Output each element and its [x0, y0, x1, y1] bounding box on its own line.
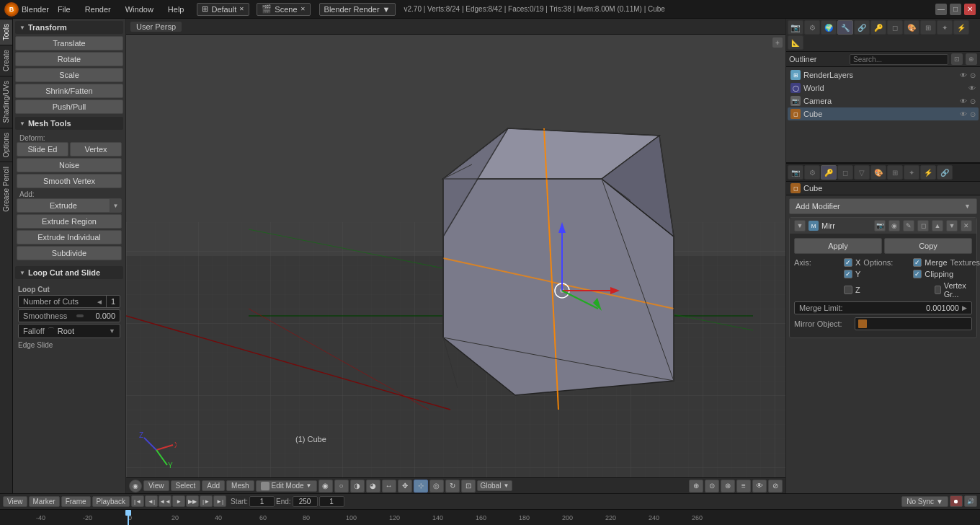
modifier-up-btn[interactable]: ▲	[932, 220, 943, 231]
num-cuts-value[interactable]: 1	[106, 296, 120, 307]
shading-solid-btn[interactable]: ◉	[318, 480, 333, 493]
prop-tab-extra[interactable]: 📐	[788, 35, 803, 50]
onion-btn[interactable]: ⊛	[721, 480, 735, 493]
snap-btn[interactable]: ⊕	[689, 480, 703, 493]
prop-tab-physics[interactable]: ⚡	[953, 20, 969, 35]
shrink-fatten-button[interactable]: Shrink/Fatten	[15, 84, 123, 98]
grease-pencil-tab[interactable]: Grease Pencil	[0, 162, 12, 216]
falloff-type[interactable]: Root	[58, 327, 106, 335]
window-menu[interactable]: Window	[120, 4, 159, 15]
rec-btn[interactable]: ⏺	[950, 495, 963, 507]
modifier-render-icon[interactable]: ◉	[888, 220, 900, 231]
modifier-close-btn[interactable]: ✕	[961, 220, 972, 231]
tools-tab[interactable]: Tools	[0, 19, 12, 45]
play-btn[interactable]: ►	[172, 495, 185, 507]
prop-tab-materials[interactable]: 🎨	[904, 20, 919, 35]
outliner-item-world[interactable]: ◯ World 👁	[788, 81, 979, 94]
view-timeline-btn[interactable]: View	[3, 496, 27, 507]
camera-render-icon[interactable]: ⊙	[970, 97, 976, 105]
frame-btn[interactable]: Frame	[61, 496, 91, 507]
push-pull-button[interactable]: Push/Pull	[15, 100, 123, 114]
modifier-camera-icon[interactable]: 📷	[874, 220, 886, 231]
slide-edge-button[interactable]: Slide Ed	[17, 142, 68, 156]
add-menu-btn[interactable]: Add	[202, 480, 225, 491]
outliner-search[interactable]	[850, 54, 948, 65]
next-keyframe-btn[interactable]: |►	[200, 495, 213, 507]
merge-limit-row[interactable]: Merge Limit: 0.001000 ▶	[794, 301, 972, 314]
timeline-ruler[interactable]: -40 -20 0 20 40 60 80 100 120 140 160 18…	[0, 510, 980, 525]
extrude-arrow-icon[interactable]: ▼	[110, 199, 121, 212]
noise-button[interactable]: Noise	[17, 158, 122, 172]
workspace-selector[interactable]: ⊞ Default ✕	[197, 3, 249, 16]
outliner-item-camera[interactable]: 📷 Camera 👁 ⊙	[788, 94, 979, 107]
extrude-dropdown[interactable]: Extrude ▼	[17, 198, 122, 213]
modifier-collapse-btn[interactable]: ▼	[794, 220, 806, 231]
marker-btn[interactable]: Marker	[29, 496, 60, 507]
prop-physics-tab[interactable]: ⚡	[920, 165, 936, 180]
cursor-btn[interactable]: ◎	[429, 480, 444, 493]
rotate-button[interactable]: Rotate	[15, 52, 123, 66]
prop-tab-world[interactable]: 🌍	[821, 20, 837, 35]
show-hide-btn[interactable]: 👁	[752, 480, 767, 493]
prop-tab-modifiers[interactable]: 🔑	[870, 20, 886, 35]
prop-tab-constraints[interactable]: 🔗	[854, 20, 870, 35]
prop-particles-tab[interactable]: ✦	[904, 165, 919, 180]
outliner-item-renderlayers[interactable]: ⊞ RenderLayers 👁 ⊙	[788, 69, 979, 81]
number-of-cuts-field[interactable]: Number of Cuts ◄ 1	[18, 295, 120, 308]
smoothness-bar[interactable]	[76, 314, 84, 317]
prop-material-tab[interactable]: 🎨	[870, 165, 886, 180]
modifier-edit-icon[interactable]: ✎	[903, 220, 914, 231]
shading-uvs-tab[interactable]: Shading/UVs	[0, 76, 12, 127]
viewport-zoom-indicator[interactable]: +	[772, 38, 783, 48]
apply-button[interactable]: Apply	[794, 238, 882, 254]
playback-btn[interactable]: Playback	[92, 496, 130, 507]
extrude-individual-button[interactable]: Extrude Individual	[17, 230, 122, 244]
renderlayers-eye-icon[interactable]: 👁	[960, 71, 967, 79]
prop-tab-render[interactable]: 📷	[788, 20, 803, 35]
jump-start-btn[interactable]: |◄	[131, 495, 144, 507]
prop-scene-tab[interactable]: ⚙	[804, 165, 820, 180]
merge-limit-arrow[interactable]: ▶	[962, 304, 967, 312]
outliner-item-cube[interactable]: ◻ Cube 👁 ⊙	[788, 107, 979, 120]
scale-button[interactable]: Scale	[15, 68, 123, 82]
global-local-dropdown[interactable]: Global ▼	[477, 480, 513, 491]
renderlayers-restrict-icon[interactable]: ⊙	[970, 71, 976, 79]
loop-cut-section-header[interactable]: ▼ Loop Cut and Slide	[15, 266, 123, 279]
minimize-button[interactable]: —	[935, 4, 947, 15]
transform-section-header[interactable]: ▼ Transform	[15, 21, 123, 34]
options-tab[interactable]: Options	[0, 128, 12, 162]
prop-constraints-tab[interactable]: 🔗	[937, 165, 953, 180]
add-modifier-button[interactable]: Add Modifier ▼	[789, 198, 977, 214]
select-btn[interactable]: ⊹	[414, 480, 428, 493]
falloff-field[interactable]: Falloff ⌒ Root ▼	[18, 324, 120, 338]
axis-y-checkbox[interactable]: ✓	[844, 270, 852, 278]
modifier-cage-icon[interactable]: ◻	[917, 220, 929, 231]
audio-btn[interactable]: 🔊	[964, 495, 977, 507]
merge-checkbox[interactable]: ✓	[913, 258, 922, 267]
viewport-label[interactable]: User Persp	[130, 22, 182, 32]
vertex-button[interactable]: Vertex	[70, 142, 122, 156]
grab-btn[interactable]: ✥	[398, 480, 412, 493]
create-tab[interactable]: Create	[0, 45, 12, 76]
cube-render-icon[interactable]: ⊙	[970, 110, 976, 118]
shading-textured-btn[interactable]: ◑	[350, 480, 365, 493]
clipping-checkbox[interactable]: ✓	[913, 270, 922, 278]
cube-eye-icon[interactable]: 👁	[960, 110, 967, 118]
outliner-view-btn[interactable]: ⊕	[966, 53, 977, 65]
rotate-btn[interactable]: ↻	[445, 480, 460, 493]
shading-wire-btn[interactable]: ○	[334, 480, 349, 493]
play-forward-btn[interactable]: ▶▶	[186, 495, 199, 507]
viewport-canvas[interactable]: (1) Cube X Y Z +	[126, 35, 785, 477]
mirror-object-field[interactable]	[855, 317, 972, 330]
smooth-vertex-button[interactable]: Smooth Vertex	[17, 174, 122, 188]
extrude-region-button[interactable]: Extrude Region	[17, 214, 122, 229]
mesh-tools-section-header[interactable]: ▼ Mesh Tools	[15, 117, 123, 130]
current-frame-input[interactable]	[319, 496, 344, 507]
overlay-btn[interactable]: ⊘	[768, 480, 783, 493]
prop-modifier-tab[interactable]: 🔑	[821, 165, 837, 180]
maximize-button[interactable]: □	[950, 4, 961, 15]
render-engine-selector[interactable]: Blender Render ▼	[319, 3, 396, 16]
manipulator-btn[interactable]: ↔	[382, 480, 396, 493]
subdivide-button[interactable]: Subdivide	[17, 246, 122, 260]
help-menu[interactable]: Help	[162, 4, 190, 15]
